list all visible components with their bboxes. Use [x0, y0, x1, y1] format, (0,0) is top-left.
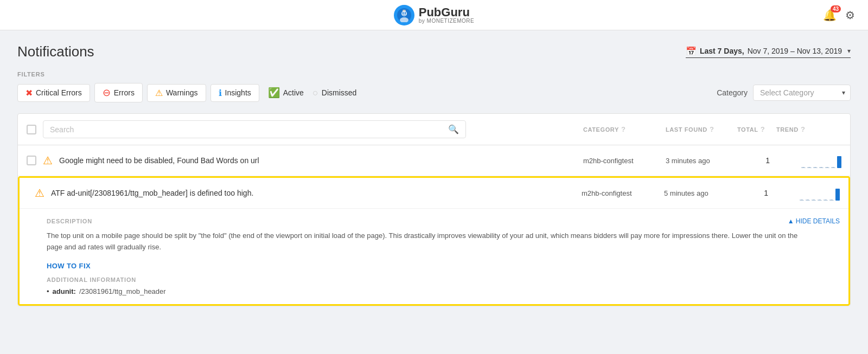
- category-select[interactable]: Select Category: [753, 85, 851, 101]
- expanded-notification-message: ATF ad-unit[/23081961/ttg_mob_header] is…: [51, 189, 575, 197]
- expanded-notification-trend: [775, 185, 840, 201]
- expanded-trend-bar-7: [835, 189, 840, 201]
- errors-icon: ⊖: [103, 87, 111, 99]
- trend-bar-5: [825, 167, 829, 168]
- filter-errors[interactable]: ⊖ Errors: [94, 83, 143, 102]
- date-range-picker[interactable]: 📅 Last 7 Days, Nov 7, 2019 – Nov 13, 201…: [686, 46, 851, 58]
- status-filter-group: ✅ Active ○ Dismissed: [268, 87, 357, 99]
- dismissed-radio-icon: ○: [312, 87, 318, 99]
- column-trend: TREND ?: [776, 125, 841, 133]
- expanded-trend-bar-4: [818, 199, 822, 201]
- filter-dismissed[interactable]: ○ Dismissed: [312, 87, 356, 99]
- column-category: CATEGORY ?: [583, 125, 659, 133]
- filters-row: ✖ Critical Errors ⊖ Errors ⚠ Warnings ℹ …: [17, 83, 851, 102]
- additional-info-key: adunit:: [53, 287, 76, 295]
- search-box: 🔍: [43, 120, 466, 138]
- notification-details: DESCRIPTION ▲ HIDE DETAILS The top unit …: [20, 208, 848, 304]
- expanded-trend-bar-3: [812, 199, 816, 201]
- how-to-fix-link[interactable]: HOW TO FIX: [47, 262, 840, 270]
- logo-icon: [394, 5, 414, 25]
- search-input[interactable]: [50, 125, 444, 134]
- filter-critical-errors-label: Critical Errors: [36, 88, 82, 97]
- column-last-found: LAST FOUND ?: [666, 125, 731, 133]
- additional-info-label: ADDITIONAL INFORMATION: [47, 276, 840, 283]
- calendar-icon: 📅: [686, 46, 697, 56]
- expanded-trend-bar-2: [806, 199, 810, 201]
- filter-errors-label: Errors: [114, 88, 135, 97]
- description-section-label: DESCRIPTION: [47, 218, 92, 224]
- trend-bar-3: [813, 167, 818, 168]
- filter-insights-label: Insights: [225, 88, 251, 97]
- settings-button[interactable]: ⚙: [845, 9, 855, 22]
- filter-critical-errors[interactable]: ✖ Critical Errors: [17, 84, 90, 102]
- filter-active-label: Active: [283, 88, 304, 97]
- column-total-label: TOTAL: [737, 126, 758, 133]
- expanded-row-header[interactable]: ⚠ ATF ad-unit[/23081961/ttg_mob_header] …: [20, 178, 848, 208]
- select-all-checkbox[interactable]: [27, 125, 36, 134]
- column-last-found-label: LAST FOUND: [666, 126, 707, 133]
- active-radio-icon: ✅: [268, 87, 280, 99]
- notification-total: 1: [737, 156, 770, 165]
- column-trend-label: TREND: [776, 126, 799, 133]
- date-range-chevron: ▾: [847, 47, 851, 55]
- logo-subtext: by MONETIZEMORE: [419, 18, 475, 24]
- hide-details-button[interactable]: ▲ HIDE DETAILS: [788, 217, 840, 225]
- expanded-table-row: ⚠ ATF ad-unit[/23081961/ttg_mob_header] …: [18, 176, 850, 306]
- notification-badge: 43: [831, 5, 841, 12]
- trend-bar-6: [831, 167, 835, 168]
- expanded-warning-icon: ⚠: [35, 186, 44, 199]
- filter-warnings-label: Warnings: [166, 88, 198, 97]
- row-checkbox[interactable]: [27, 156, 36, 165]
- logo-name: PubGuru: [419, 7, 475, 18]
- expanded-notification-total: 1: [736, 189, 768, 197]
- table-header: 🔍 CATEGORY ? LAST FOUND ? TOTAL ? TREND …: [18, 114, 850, 145]
- category-select-wrapper: Select Category ▾: [753, 85, 851, 101]
- logo: PubGuru by MONETIZEMORE: [394, 5, 475, 25]
- notifications-button[interactable]: 🔔 43: [823, 9, 837, 22]
- table-row[interactable]: ⚠ Google might need to be disabled, Foun…: [18, 145, 850, 176]
- logo-text: PubGuru by MONETIZEMORE: [419, 7, 475, 24]
- details-header: DESCRIPTION ▲ HIDE DETAILS: [47, 217, 840, 225]
- column-total-help: ?: [761, 125, 765, 133]
- additional-info-value: /23081961/ttg_mob_header: [79, 287, 166, 295]
- filter-warnings[interactable]: ⚠ Warnings: [147, 84, 206, 102]
- trend-bar-2: [807, 167, 812, 168]
- date-range-value: Nov 7, 2019 – Nov 13, 2019: [748, 47, 842, 55]
- column-category-label: CATEGORY: [583, 126, 619, 133]
- category-filter-section: Category Select Category ▾: [717, 85, 851, 101]
- filters-label: FILTERS: [17, 71, 851, 78]
- page-header: Notifications 📅 Last 7 Days, Nov 7, 2019…: [17, 43, 851, 60]
- description-text: The top unit on a mobile page should be …: [47, 230, 806, 253]
- main-content: Notifications 📅 Last 7 Days, Nov 7, 2019…: [0, 30, 868, 319]
- notification-message: Google might need to be disabled, Found …: [59, 156, 577, 165]
- filter-active[interactable]: ✅ Active: [268, 87, 304, 99]
- additional-info-item: adunit: /23081961/ttg_mob_header: [47, 287, 840, 295]
- insights-icon: ℹ: [219, 88, 222, 98]
- trend-chart: [801, 153, 841, 168]
- warnings-icon: ⚠: [155, 88, 163, 98]
- svg-rect-5: [403, 10, 406, 11]
- notification-category: m2hb-configtest: [583, 157, 659, 165]
- column-total: TOTAL ?: [737, 125, 770, 133]
- page-title: Notifications: [17, 43, 94, 60]
- svg-point-4: [404, 12, 406, 14]
- category-filter-label: Category: [717, 88, 748, 97]
- search-icon: 🔍: [448, 124, 459, 134]
- expanded-notification-last-found: 5 minutes ago: [664, 189, 729, 197]
- expanded-trend-bar-6: [829, 199, 834, 201]
- table-columns: CATEGORY ? LAST FOUND ? TOTAL ? TREND ?: [583, 125, 841, 133]
- expanded-notification-category: m2hb-configtest: [582, 189, 658, 197]
- notification-last-found: 3 minutes ago: [666, 157, 731, 165]
- column-last-found-help: ?: [710, 125, 714, 133]
- svg-point-3: [402, 12, 404, 14]
- notifications-table: 🔍 CATEGORY ? LAST FOUND ? TOTAL ? TREND …: [17, 113, 851, 306]
- warning-icon: ⚠: [43, 154, 53, 167]
- filter-dismissed-label: Dismissed: [322, 88, 357, 97]
- date-range-label: Last 7 Days,: [700, 47, 744, 55]
- critical-errors-icon: ✖: [25, 88, 33, 98]
- expanded-trend-chart: [800, 185, 840, 201]
- expanded-trend-bar-1: [800, 199, 804, 201]
- notification-trend: [776, 153, 841, 168]
- filter-insights[interactable]: ℹ Insights: [210, 84, 259, 102]
- trend-bar-4: [819, 167, 824, 168]
